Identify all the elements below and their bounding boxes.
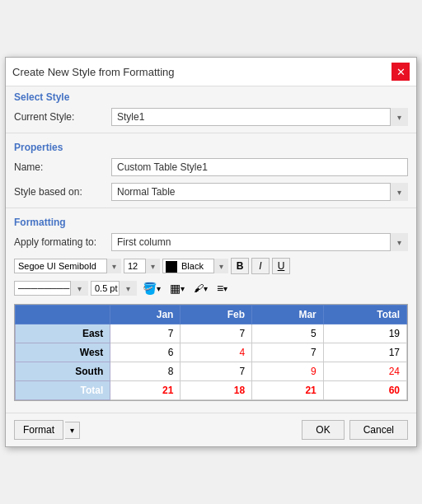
borders-btn[interactable]: ▦▾ [166, 279, 188, 297]
properties-section-label: Properties [6, 137, 416, 155]
row-east-feb: 7 [181, 324, 252, 343]
dialog: Create New Style from Formatting ✕ Selec… [5, 57, 417, 447]
paint-bucket-icon: 🪣 [143, 282, 157, 295]
apply-select[interactable]: First column [111, 233, 408, 251]
row-total-jan: 21 [110, 381, 181, 400]
name-input[interactable] [111, 158, 408, 176]
format-button[interactable]: Format [14, 420, 63, 440]
border-icon: ▦ [170, 282, 181, 295]
row-south-mar: 9 [252, 362, 324, 381]
shading-icon: 🖌 [194, 282, 204, 294]
cancel-button[interactable]: Cancel [349, 420, 408, 440]
current-style-row: Current Style: Style1 ▾ [6, 105, 416, 129]
title-bar: Create New Style from Formatting ✕ [6, 58, 416, 86]
select-style-section-label: Select Style [6, 86, 416, 105]
close-button[interactable]: ✕ [392, 63, 410, 81]
pt-select-wrap: 0.5 pt ▾ [91, 281, 137, 296]
current-style-select-wrap: Style1 ▾ [111, 108, 408, 126]
current-style-select[interactable]: Style1 [111, 108, 408, 126]
preview-table: Jan Feb Mar Total East 7 7 5 19 West 6 4 [15, 305, 407, 400]
apply-row: Apply formating to: First column ▾ [6, 230, 416, 254]
current-style-label: Current Style: [14, 111, 105, 123]
header-jan: Jan [110, 306, 181, 324]
style-based-row: Style based on: Normal Table ▾ [6, 180, 416, 204]
row-west-jan: 6 [110, 343, 181, 362]
row-west-total: 17 [323, 343, 406, 362]
row-south-label: South [16, 362, 110, 381]
row-south-feb: 7 [181, 362, 252, 381]
table-header-row: Jan Feb Mar Total [16, 306, 407, 324]
row-total-total: 60 [323, 381, 406, 400]
row-total-label: Total [16, 381, 110, 400]
border-toolbar: ──────── ▾ 0.5 pt ▾ 🪣▾ ▦▾ 🖌▾ ≡▾ [6, 278, 416, 299]
row-west-label: West [16, 343, 110, 362]
dialog-title: Create New Style from Formatting [12, 66, 175, 78]
align-btn[interactable]: ≡▾ [213, 279, 231, 297]
header-mar: Mar [252, 306, 324, 324]
align-icon: ≡ [217, 282, 223, 295]
apply-label: Apply formating to: [14, 236, 105, 248]
apply-select-wrap: First column ▾ [111, 233, 408, 251]
row-east-total: 19 [323, 324, 406, 343]
italic-button[interactable]: I [251, 258, 270, 274]
border-color-btn[interactable]: 🪣▾ [139, 279, 164, 297]
color-select[interactable]: Black [162, 259, 228, 273]
bold-button[interactable]: B [231, 258, 249, 274]
table-row: Total 21 18 21 60 [16, 381, 407, 400]
line-style-wrap: ──────── ▾ [14, 281, 88, 296]
header-total: Total [323, 306, 406, 324]
header-feb: Feb [181, 306, 252, 324]
font-select-wrap: Segoe UI Semibold ▾ [14, 259, 121, 273]
ok-button[interactable]: OK [302, 420, 344, 440]
row-east-mar: 5 [252, 324, 324, 343]
row-total-mar: 21 [252, 381, 324, 400]
style-based-label: Style based on: [14, 186, 105, 198]
row-south-total: 24 [323, 362, 406, 381]
font-select[interactable]: Segoe UI Semibold [14, 259, 121, 273]
color-select-wrap: Black ▾ [162, 259, 228, 273]
font-toolbar: Segoe UI Semibold ▾ 12 ▾ Black ▾ B I U [6, 254, 416, 278]
table-row: East 7 7 5 19 [16, 324, 407, 343]
row-west-feb: 4 [181, 343, 252, 362]
name-label: Name: [14, 161, 105, 173]
row-west-mar: 7 [252, 343, 324, 362]
shading-btn[interactable]: 🖌▾ [190, 280, 211, 296]
size-select-wrap: 12 ▾ [124, 259, 160, 273]
table-row: West 6 4 7 17 [16, 343, 407, 362]
style-based-select[interactable]: Normal Table [111, 183, 408, 201]
size-select[interactable]: 12 [124, 259, 160, 273]
footer-left: Format ▾ [14, 420, 80, 440]
preview-table-wrap: Jan Feb Mar Total East 7 7 5 19 West 6 4 [14, 304, 408, 401]
formatting-section-label: Formatting [6, 212, 416, 230]
row-south-jan: 8 [110, 362, 181, 381]
table-row: South 8 7 9 24 [16, 362, 407, 381]
row-east-label: East [16, 324, 110, 343]
row-total-feb: 18 [181, 381, 252, 400]
underline-button[interactable]: U [272, 258, 290, 274]
footer-right: OK Cancel [302, 420, 408, 440]
style-based-select-wrap: Normal Table ▾ [111, 183, 408, 201]
header-label [16, 306, 110, 324]
pt-select[interactable]: 0.5 pt [91, 281, 137, 296]
footer: Format ▾ OK Cancel [6, 413, 416, 446]
format-dropdown-button[interactable]: ▾ [65, 422, 80, 439]
name-row: Name: [6, 155, 416, 180]
row-east-jan: 7 [110, 324, 181, 343]
line-style-select[interactable]: ──────── [14, 281, 88, 296]
